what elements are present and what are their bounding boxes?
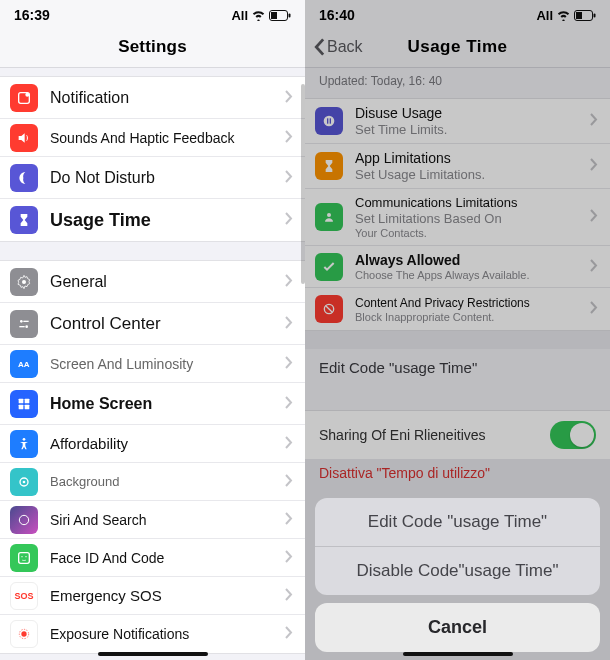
item-title: Disuse Usage — [355, 105, 584, 121]
row-home-screen[interactable]: Home Screen — [0, 383, 305, 425]
svg-rect-7 — [23, 320, 28, 321]
settings-group-1: Notification Sounds And Haptic Feedback … — [0, 76, 305, 242]
row-label: Siri And Search — [50, 512, 279, 528]
row-wallpaper[interactable]: Background — [0, 463, 305, 501]
sharing-toggle[interactable] — [550, 421, 596, 449]
status-right: All — [536, 8, 596, 23]
svg-text:AA: AA — [18, 360, 30, 369]
chevron-right-icon — [590, 300, 598, 318]
disable-red-text[interactable]: Disattiva "Tempo di utilizzo" — [305, 459, 610, 487]
chevron-right-icon — [285, 473, 293, 491]
chevron-right-icon — [590, 208, 598, 226]
item-title: Content And Privacy Restrictions — [355, 296, 584, 310]
row-content-privacy[interactable]: Content And Privacy Restrictions Block I… — [305, 288, 610, 330]
row-exposure[interactable]: Exposure Notifications — [0, 615, 305, 653]
chevron-right-icon — [285, 511, 293, 529]
sheet-options: Edit Code "usage Time" Disable Code"usag… — [315, 498, 600, 595]
svg-line-32 — [326, 306, 333, 313]
row-always-allowed[interactable]: Always Allowed Choose The Apps Always Av… — [305, 246, 610, 288]
svg-rect-9 — [19, 326, 24, 327]
row-comm-limits[interactable]: Communications Limitations Set Limitatio… — [305, 189, 610, 246]
item-title: Always Allowed — [355, 252, 584, 268]
row-label: Screen And Luminosity — [50, 356, 279, 372]
usage-header: Back Usage Time — [305, 26, 610, 68]
chevron-right-icon — [285, 129, 293, 147]
row-label: Usage Time — [50, 210, 279, 231]
updated-text: Updated: Today, 16: 40 — [305, 68, 610, 98]
row-label: Background — [50, 474, 279, 489]
row-label: Affordability — [50, 435, 279, 452]
svg-rect-14 — [25, 404, 30, 409]
row-label: Sounds And Haptic Feedback — [50, 130, 279, 146]
row-dnd[interactable]: Do Not Disturb — [0, 157, 305, 199]
row-app-limits[interactable]: App Limitations Set Usage Limitations. — [305, 144, 610, 189]
sheet-edit-code[interactable]: Edit Code "usage Time" — [315, 498, 600, 547]
svg-point-8 — [25, 325, 28, 328]
back-button[interactable]: Back — [313, 38, 363, 56]
svg-rect-12 — [25, 398, 30, 403]
chevron-left-icon — [313, 38, 325, 56]
row-sos[interactable]: SOS Emergency SOS — [0, 577, 305, 615]
svg-point-20 — [21, 556, 22, 557]
wifi-icon — [556, 10, 571, 21]
home-indicator[interactable] — [98, 652, 208, 656]
status-bar: 16:40 All — [305, 0, 610, 26]
hourglass-icon — [315, 152, 343, 180]
item-sub: Block Inappropriate Content. — [355, 311, 584, 323]
row-usage-time[interactable]: Usage Time — [0, 199, 305, 241]
row-accessibility[interactable]: Affordability — [0, 425, 305, 463]
pause-icon — [315, 107, 343, 135]
row-notification[interactable]: Notification — [0, 77, 305, 119]
chevron-right-icon — [285, 89, 293, 107]
accessibility-icon — [10, 430, 38, 458]
row-display[interactable]: AA Screen And Luminosity — [0, 345, 305, 383]
wallpaper-icon — [10, 468, 38, 496]
svg-point-27 — [324, 116, 335, 127]
row-downtime[interactable]: Disuse Usage Set Time Limits. — [305, 99, 610, 144]
sheet-disable-code[interactable]: Disable Code"usage Time" — [315, 547, 600, 595]
svg-rect-19 — [19, 552, 30, 563]
sheet-cancel-button[interactable]: Cancel — [315, 603, 600, 652]
row-label: General — [50, 273, 279, 291]
chevron-right-icon — [285, 169, 293, 187]
row-faceid[interactable]: Face ID And Code — [0, 539, 305, 577]
notification-icon — [10, 84, 38, 112]
svg-rect-25 — [576, 12, 582, 19]
siri-icon — [10, 506, 38, 534]
status-right: All — [231, 8, 291, 23]
gear-icon — [10, 268, 38, 296]
svg-point-22 — [21, 631, 26, 636]
sharing-row[interactable]: Sharing Of Eni Rlieneitives — [305, 410, 610, 459]
battery-icon — [574, 10, 596, 21]
svg-point-17 — [23, 480, 26, 483]
row-label: Home Screen — [50, 395, 279, 413]
row-label: Face ID And Code — [50, 550, 279, 566]
svg-point-18 — [19, 515, 28, 524]
chevron-right-icon — [285, 315, 293, 333]
usage-time-screen: 16:40 All Back Usage Time Updated: Today… — [305, 0, 610, 660]
home-indicator[interactable] — [403, 652, 513, 656]
person-icon — [315, 203, 343, 231]
chevron-right-icon — [285, 355, 293, 373]
edit-code-row[interactable]: Edit Code "usage Time" — [305, 349, 610, 386]
faceid-icon — [10, 544, 38, 572]
status-time: 16:40 — [319, 7, 355, 23]
row-siri[interactable]: Siri And Search — [0, 501, 305, 539]
page-title: Usage Time — [407, 37, 507, 57]
svg-point-6 — [20, 320, 23, 323]
wifi-icon — [251, 10, 266, 21]
chevron-right-icon — [285, 549, 293, 567]
svg-point-5 — [22, 280, 26, 284]
row-label: Control Center — [50, 314, 279, 334]
row-control-center[interactable]: Control Center — [0, 303, 305, 345]
grid-icon — [10, 390, 38, 418]
row-general[interactable]: General — [0, 261, 305, 303]
svg-rect-13 — [19, 404, 24, 409]
row-sounds[interactable]: Sounds And Haptic Feedback — [0, 119, 305, 157]
chevron-right-icon — [285, 625, 293, 643]
chevron-right-icon — [285, 211, 293, 229]
chevron-right-icon — [285, 435, 293, 453]
settings-group-2: General Control Center AA Screen And Lum… — [0, 260, 305, 654]
exposure-icon — [10, 620, 38, 648]
chevron-right-icon — [285, 273, 293, 291]
